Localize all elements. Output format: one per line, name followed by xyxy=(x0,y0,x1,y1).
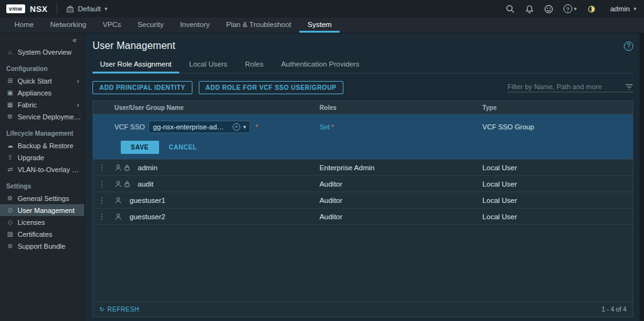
sso-group-combobox[interactable]: gg-nsx-enterprise-admins@sf... ✕ ▾ xyxy=(148,121,250,133)
column-roles: Roles xyxy=(314,104,477,111)
feedback-smiley-icon[interactable] xyxy=(544,4,553,14)
user-icon xyxy=(114,213,122,220)
product-name: NSX xyxy=(30,4,48,14)
org-switcher[interactable]: Default ▾ xyxy=(57,3,145,14)
edit-row-type: VCF SSO Group xyxy=(477,123,633,131)
sidebar-item-licenses[interactable]: ◇ Licenses xyxy=(0,216,84,228)
certificates-icon: ▨ xyxy=(6,231,14,237)
row-menu-icon[interactable]: ⋮ xyxy=(98,180,106,188)
sidebar-item-support-bundle[interactable]: ⊚ Support Bundle xyxy=(0,240,84,252)
quick-start-icon: ⊞ xyxy=(6,77,14,84)
table-row[interactable]: ⋮ audit Auditor Local User xyxy=(93,176,633,192)
sidebar-section-lifecycle: Lifecycle Management xyxy=(0,122,84,139)
sidebar-item-upgrade[interactable]: ⇧ Upgrade xyxy=(0,151,84,163)
backup-restore-icon: ☁ xyxy=(6,142,14,149)
primary-nav: Home Networking VPCs Security Inventory … xyxy=(0,18,644,33)
sidebar-item-user-management[interactable]: ⊙ User Management xyxy=(0,204,84,216)
table-row[interactable]: ⋮ guestuser2 Auditor Local User xyxy=(93,209,633,225)
vmware-logo: vmw xyxy=(6,4,25,13)
row-roles: Auditor xyxy=(314,197,477,204)
sidebar-item-service-deployments[interactable]: ⚙ Service Deployments xyxy=(0,111,84,122)
table-row[interactable]: ⋮ admin Enterprise Admin Local User xyxy=(93,160,633,176)
user-icon xyxy=(114,197,122,204)
tab-user-role-assignment[interactable]: User Role Assignment xyxy=(92,57,179,73)
fabric-icon: ▦ xyxy=(6,101,14,108)
row-roles: Enterprise Admin xyxy=(314,164,477,171)
sidebar-item-quick-start[interactable]: ⊞ Quick Start › xyxy=(0,75,84,87)
main-content: User Management ? User Role Assignment L… xyxy=(85,33,640,321)
chevron-down-icon[interactable]: ▾ xyxy=(243,124,247,130)
row-menu-icon[interactable]: ⋮ xyxy=(98,212,106,221)
row-user-name: guestuser2 xyxy=(130,213,165,220)
top-bar: vmw NSX Default ▾ ? ▾ xyxy=(0,0,644,18)
user-management-tabs: User Role Assignment Local Users Roles A… xyxy=(92,57,633,73)
chevron-down-icon: ▾ xyxy=(633,6,636,12)
nav-item-inventory[interactable]: Inventory xyxy=(172,18,218,33)
sidebar-item-certificates[interactable]: ▨ Certificates xyxy=(0,228,84,240)
column-type: Type xyxy=(477,104,633,111)
chevron-right-icon: › xyxy=(77,77,82,85)
row-roles: Auditor xyxy=(314,180,477,188)
upgrade-icon: ⇧ xyxy=(6,154,14,161)
sidebar-item-fabric[interactable]: ▦ Fabric › xyxy=(0,99,84,111)
row-menu-icon[interactable]: ⋮ xyxy=(98,163,106,172)
theme-toggle-icon[interactable] xyxy=(587,4,596,14)
clear-icon[interactable]: ✕ xyxy=(233,123,240,131)
filter-input[interactable] xyxy=(508,83,621,90)
sidebar-item-system-overview[interactable]: ⌂ System Overview xyxy=(0,46,84,58)
row-user-name: admin xyxy=(138,164,157,171)
service-deployments-icon: ⚙ xyxy=(6,113,14,120)
top-actions: ? ▾ admin ▾ xyxy=(506,4,636,14)
sidebar-item-general-settings[interactable]: ⚙ General Settings xyxy=(0,192,84,204)
nav-item-system[interactable]: System xyxy=(299,18,340,33)
vcf-sso-label: VCF SSO xyxy=(114,123,145,131)
sidebar-item-appliances[interactable]: ▣ Appliances xyxy=(0,87,84,99)
user-management-icon: ⊙ xyxy=(6,207,14,214)
help-menu[interactable]: ? ▾ xyxy=(564,4,577,13)
set-roles-link[interactable]: Set xyxy=(319,123,330,131)
sidebar-item-backup-restore[interactable]: ☁ Backup & Restore xyxy=(0,139,84,151)
general-settings-icon: ⚙ xyxy=(6,195,14,202)
row-roles: Auditor xyxy=(314,213,477,220)
nav-item-plan-troubleshoot[interactable]: Plan & Troubleshoot xyxy=(218,18,299,33)
edit-row: VCF SSO gg-nsx-enterprise-admins@sf... ✕… xyxy=(93,114,633,160)
sidebar-section-configuration: Configuration xyxy=(0,58,84,75)
refresh-button[interactable]: ↻ REFRESH xyxy=(99,306,139,313)
required-asterisk: * xyxy=(331,123,333,131)
nav-item-networking[interactable]: Networking xyxy=(42,18,95,33)
toolbar: ADD PRINCIPAL IDENTITY ADD ROLE FOR VCF … xyxy=(92,81,633,94)
support-bundle-icon: ⊚ xyxy=(6,242,14,249)
user-menu[interactable]: admin ▾ xyxy=(610,5,636,13)
notifications-bell-icon[interactable] xyxy=(525,4,534,14)
row-type: Local User xyxy=(477,197,633,204)
scrollbar[interactable] xyxy=(640,33,644,321)
pagination-count: 1 - 4 of 4 xyxy=(602,306,626,313)
save-button[interactable]: SAVE xyxy=(121,141,159,154)
lock-icon xyxy=(124,180,130,188)
nav-item-vpcs[interactable]: VPCs xyxy=(94,18,129,33)
row-menu-icon[interactable]: ⋮ xyxy=(98,196,106,205)
page-help-icon[interactable]: ? xyxy=(624,41,633,51)
tab-local-users[interactable]: Local Users xyxy=(182,57,235,73)
nav-item-home[interactable]: Home xyxy=(6,18,42,33)
system-sidebar: « ⌂ System Overview Configuration ⊞ Quic… xyxy=(0,33,85,321)
chevron-down-icon: ▾ xyxy=(574,6,577,12)
sidebar-item-vlan-overlay-migration[interactable]: ⇄ VLAN-to-Overlay Migration xyxy=(0,163,84,175)
row-type: Local User xyxy=(477,213,633,220)
row-user-name: guestuser1 xyxy=(130,197,165,204)
search-icon[interactable] xyxy=(506,4,515,14)
nav-item-security[interactable]: Security xyxy=(130,18,172,33)
required-asterisk: * xyxy=(255,123,258,131)
sidebar-collapse-icon[interactable]: « xyxy=(0,33,84,46)
lock-icon xyxy=(124,164,130,171)
chevron-right-icon: › xyxy=(77,101,82,109)
filter-box xyxy=(508,83,633,92)
tab-authentication-providers[interactable]: Authentication Providers xyxy=(274,57,367,73)
add-principal-identity-button[interactable]: ADD PRINCIPAL IDENTITY xyxy=(92,81,192,94)
table-row[interactable]: ⋮ guestuser1 Auditor Local User xyxy=(93,192,633,209)
cancel-button[interactable]: CANCEL xyxy=(169,144,197,151)
add-role-vcf-sso-button[interactable]: ADD ROLE FOR VCF SSO USER/GROUP xyxy=(199,81,343,94)
filter-icon[interactable] xyxy=(625,84,633,90)
tab-roles[interactable]: Roles xyxy=(238,57,271,73)
user-role-table: User/User Group Name Roles Type VCF SSO … xyxy=(92,101,633,317)
